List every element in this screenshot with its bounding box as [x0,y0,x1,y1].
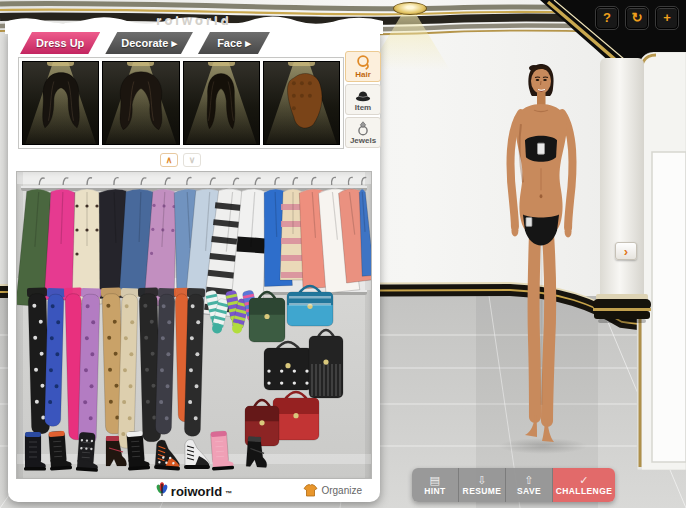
save-icon: ⇧ [524,475,534,485]
resume-button[interactable]: ⇩RESUME [459,468,506,502]
action-label: CHALLENGE [556,486,613,496]
hair-item-long-wavy-dark[interactable] [22,61,99,145]
action-label: HINT [424,486,445,496]
feather-logo-icon [156,481,168,496]
hint-icon: ▤ [430,475,441,485]
category-label: Jewels [350,137,376,145]
shelf-pager: ∧ ∨ [160,153,201,167]
closet-bag-4[interactable] [273,392,319,440]
tab-decorate[interactable]: Decorate ▸ [105,32,193,54]
closet-bag-2[interactable] [264,342,312,390]
closet-bag-3[interactable] [309,330,343,398]
action-bar: ▤HINT⇩RESUME⇧SAVE✓CHALLENGE [412,468,615,502]
pillar-base-trim [592,294,652,326]
category-hair-button[interactable]: Hair [345,51,381,82]
room-pillar [600,58,644,300]
action-label: RESUME [463,486,502,496]
category-item-button[interactable]: Item [345,84,381,115]
scene-toolbar: ? ↻ + [596,7,678,29]
category-label: Hair [355,71,371,79]
rotate-button[interactable]: ↻ [626,7,648,29]
closet-shoe-2[interactable] [76,432,101,472]
organize-label: Organize [321,485,362,496]
challenge-button[interactable]: ✓CHALLENGE [553,468,615,502]
hair-item-shelf [18,57,344,149]
footer-brand-text: roiworld [171,484,222,499]
closet-shoe-0[interactable] [24,432,46,471]
hair-icon [354,54,372,70]
panel-logo: roiworld [8,13,380,28]
category-sidebar: HairItemJewels [345,51,381,150]
save-button[interactable]: ⇧SAVE [506,468,553,502]
tab-face[interactable]: Face ▸ [198,32,270,54]
help-button[interactable]: ? [596,7,618,29]
shirt-icon [303,484,318,497]
action-label: SAVE [517,486,541,496]
hair-item-voluminous-curly-dark[interactable] [102,61,179,145]
ceiling-lamp [393,2,427,15]
footer-brand: roiworld ™ [156,481,232,499]
tab-dress-up[interactable]: Dress Up [20,32,100,54]
dressup-panel: roiworld Dress Up Decorate ▸ Face ▸ Hair… [8,30,380,502]
dress-up-model [489,64,591,450]
category-jewels-button[interactable]: Jewels [345,117,381,148]
zoom-in-button[interactable]: + [656,7,678,29]
closet-area [16,171,372,479]
closet-shoe-1[interactable] [47,431,72,471]
resume-icon: ⇩ [477,475,487,485]
hair-item-curly-auburn[interactable] [263,61,340,145]
shelf-page-up-button[interactable]: ∧ [160,153,178,167]
shelf-page-down-button[interactable]: ∨ [183,153,201,167]
organize-button[interactable]: Organize [297,480,368,500]
tab-bar: Dress Up Decorate ▸ Face ▸ [20,32,270,54]
ring-icon [354,120,372,136]
hat-icon [354,87,372,103]
panel-footer: roiworld ™ Organize [8,480,380,500]
trademark: ™ [225,490,232,497]
closet-canvas [17,172,371,478]
closet-shoe-7[interactable] [209,431,234,471]
closet-bag-0[interactable] [249,292,285,342]
challenge-icon: ✓ [579,475,589,485]
category-label: Item [355,104,371,112]
closet-garment-2[interactable] [72,178,102,304]
scene-next-arrow-button[interactable]: › [615,242,637,260]
hint-button[interactable]: ▤HINT [412,468,459,502]
hair-item-slim-wavy-dark[interactable] [183,61,260,145]
closet-bag-1[interactable] [287,286,333,326]
